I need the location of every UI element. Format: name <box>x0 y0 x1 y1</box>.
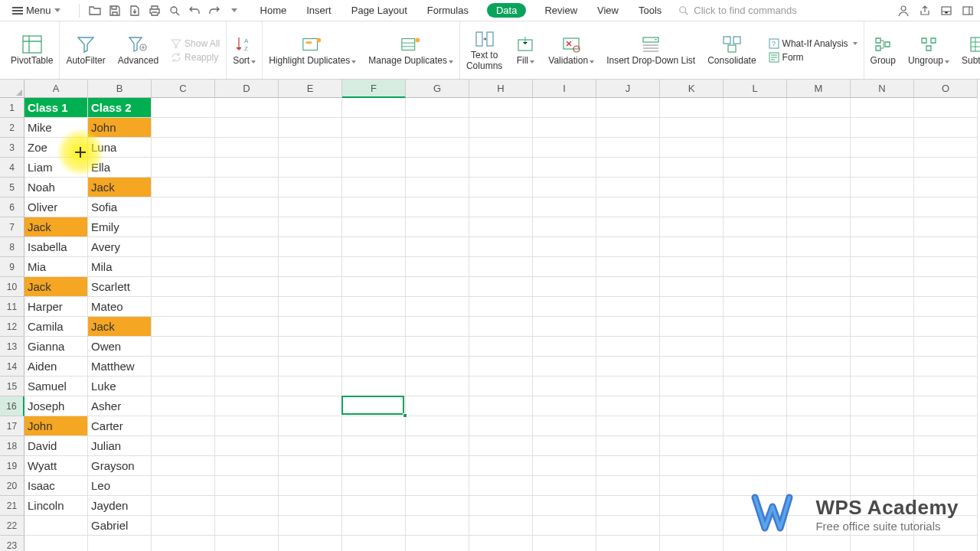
cell-C21[interactable] <box>152 496 215 516</box>
row-header-8[interactable]: 8 <box>0 237 24 257</box>
cell-I6[interactable] <box>533 197 596 217</box>
cell-J21[interactable] <box>596 496 660 516</box>
insert-dropdown-list-button[interactable]: Insert Drop-Down List <box>606 34 695 66</box>
cell-H4[interactable] <box>469 158 533 178</box>
undo-icon[interactable] <box>188 5 201 17</box>
cell-E21[interactable] <box>279 496 342 516</box>
cell-A14[interactable]: Aiden <box>24 357 88 377</box>
cell-E3[interactable] <box>279 138 342 158</box>
row-header-22[interactable]: 22 <box>0 516 24 536</box>
cell-D11[interactable] <box>215 297 279 317</box>
cell-A11[interactable]: Harper <box>24 297 88 317</box>
row-header-4[interactable]: 4 <box>0 158 24 178</box>
row-header-16[interactable]: 16 <box>0 396 24 416</box>
cell-B8[interactable]: Avery <box>88 237 152 257</box>
cell-C18[interactable] <box>152 436 215 456</box>
cell-D1[interactable] <box>215 98 279 118</box>
cell-H17[interactable] <box>469 416 533 436</box>
cell-E15[interactable] <box>279 377 342 396</box>
cell-D5[interactable] <box>215 178 279 197</box>
cell-M1[interactable] <box>787 98 851 118</box>
cell-M5[interactable] <box>787 178 851 197</box>
cell-G14[interactable] <box>406 357 469 377</box>
sort-button[interactable]: AZ Sort <box>233 34 256 66</box>
pivottable-button[interactable]: PivotTable <box>11 34 53 66</box>
cell-F20[interactable] <box>342 476 406 496</box>
cell-N4[interactable] <box>851 158 914 178</box>
cell-I14[interactable] <box>533 357 596 377</box>
reapply-button[interactable]: Reapply <box>171 52 220 63</box>
cell-D15[interactable] <box>215 377 279 396</box>
cell-J19[interactable] <box>596 456 660 476</box>
cell-C14[interactable] <box>152 357 215 377</box>
cell-A13[interactable]: Gianna <box>24 337 88 357</box>
cell-G1[interactable] <box>406 98 469 118</box>
cell-L1[interactable] <box>724 98 787 118</box>
cell-J9[interactable] <box>596 257 660 277</box>
row-header-2[interactable]: 2 <box>0 118 24 138</box>
cell-M23[interactable] <box>787 536 851 551</box>
row-header-6[interactable]: 6 <box>0 197 24 217</box>
cell-L19[interactable] <box>724 456 787 476</box>
cell-G15[interactable] <box>406 377 469 396</box>
cell-C15[interactable] <box>152 377 215 396</box>
cell-J13[interactable] <box>596 337 660 357</box>
cell-N18[interactable] <box>851 436 914 456</box>
cell-I13[interactable] <box>533 337 596 357</box>
cell-F2[interactable] <box>342 118 406 138</box>
qat-more-icon[interactable] <box>228 5 240 17</box>
cell-M10[interactable] <box>787 277 851 297</box>
cell-A8[interactable]: Isabella <box>24 237 88 257</box>
cell-B6[interactable]: Sofia <box>88 197 152 217</box>
cell-L11[interactable] <box>724 297 787 317</box>
tab-insert[interactable]: Insert <box>305 3 333 18</box>
cell-O9[interactable] <box>914 257 978 277</box>
spreadsheet-grid[interactable]: ABCDEFGHIJKLMNO 123456789101112131415161… <box>0 80 980 551</box>
cell-D21[interactable] <box>215 496 279 516</box>
cell-K18[interactable] <box>660 436 724 456</box>
cell-C3[interactable] <box>152 138 215 158</box>
cell-B18[interactable]: Julian <box>88 436 152 456</box>
cell-O4[interactable] <box>914 158 978 178</box>
cell-E13[interactable] <box>279 337 342 357</box>
cell-I2[interactable] <box>533 118 596 138</box>
cell-F3[interactable] <box>342 138 406 158</box>
cell-G3[interactable] <box>406 138 469 158</box>
cell-H21[interactable] <box>469 496 533 516</box>
cell-C8[interactable] <box>152 237 215 257</box>
consolidate-button[interactable]: Consolidate <box>707 34 756 66</box>
cell-F10[interactable] <box>342 277 406 297</box>
cell-O1[interactable] <box>914 98 978 118</box>
cell-O23[interactable] <box>914 536 978 551</box>
row-header-10[interactable]: 10 <box>0 277 24 297</box>
cell-F21[interactable] <box>342 496 406 516</box>
cell-K3[interactable] <box>660 138 724 158</box>
cell-C12[interactable] <box>152 317 215 337</box>
cell-D12[interactable] <box>215 317 279 337</box>
cell-E17[interactable] <box>279 416 342 436</box>
cell-H20[interactable] <box>469 476 533 496</box>
cell-G21[interactable] <box>406 496 469 516</box>
row-header-11[interactable]: 11 <box>0 297 24 317</box>
col-header-B[interactable]: B <box>88 80 152 98</box>
cell-H11[interactable] <box>469 297 533 317</box>
cell-E1[interactable] <box>279 98 342 118</box>
cell-J20[interactable] <box>596 476 660 496</box>
cell-B12[interactable]: Jack <box>88 317 152 337</box>
subtotal-button[interactable]: Subtotal <box>962 34 980 66</box>
cell-H22[interactable] <box>469 516 533 536</box>
cell-L14[interactable] <box>724 357 787 377</box>
cell-D22[interactable] <box>215 516 279 536</box>
cell-D3[interactable] <box>215 138 279 158</box>
cell-A9[interactable]: Mia <box>24 257 88 277</box>
cell-M18[interactable] <box>787 436 851 456</box>
cell-G7[interactable] <box>406 217 469 237</box>
highlight-duplicates-button[interactable]: Highlight Duplicates <box>269 34 356 66</box>
cell-I18[interactable] <box>533 436 596 456</box>
cell-J2[interactable] <box>596 118 660 138</box>
cell-J6[interactable] <box>596 197 660 217</box>
cell-B20[interactable]: Leo <box>88 476 152 496</box>
cell-B5[interactable]: Jack <box>88 178 152 197</box>
cell-F13[interactable] <box>342 337 406 357</box>
cell-B16[interactable]: Asher <box>88 396 152 416</box>
